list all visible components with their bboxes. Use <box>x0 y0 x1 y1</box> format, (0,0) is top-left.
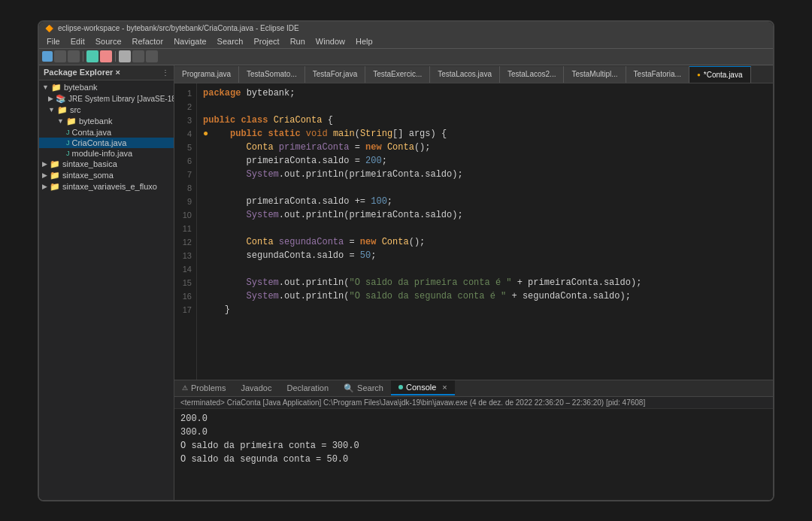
sidebar-item-sintaxe-basica[interactable]: ▶ 📁 sintaxe_basica <box>39 159 174 170</box>
sidebar-label-module: module-info.java <box>72 149 133 158</box>
tab-testaexercic[interactable]: TestaExercic... <box>365 66 430 83</box>
tab-problems[interactable]: ⚠ Problems <box>174 380 233 395</box>
console-output: 200.0 300.0 O saldo da primeira conta = … <box>174 409 773 500</box>
ln-15: 15 <box>179 276 192 289</box>
menu-edit[interactable]: Edit <box>66 36 89 47</box>
sidebar-label-src: src <box>70 105 81 114</box>
toolbar-save[interactable] <box>54 50 66 62</box>
tab-testafor[interactable]: TestaFor.java <box>305 66 365 83</box>
tab-javadoc[interactable]: Javadoc <box>233 380 279 395</box>
sidebar-label-bytebank-pkg: bytebank <box>79 117 113 126</box>
toolbar-back[interactable] <box>132 50 144 62</box>
menu-run[interactable]: Run <box>286 36 310 47</box>
expand-arrow-sv: ▶ <box>42 183 47 190</box>
sidebar-item-sintaxe-var[interactable]: ▶ 📁 sintaxe_variaveis_e_fluxo <box>39 181 174 192</box>
sidebar-controls: ⋮ <box>162 68 169 77</box>
sidebar-item-bytebank-pkg[interactable]: ▼ 📁 bytebank <box>39 116 174 127</box>
ln-10: 10 <box>179 208 192 222</box>
menu-search[interactable]: Search <box>213 36 248 47</box>
expand-arrow-src: ▼ <box>48 106 55 114</box>
ln-12: 12 <box>179 235 192 249</box>
toolbar-search[interactable] <box>119 50 131 62</box>
tab-testalacos2[interactable]: TestaLacos2... <box>500 66 564 83</box>
tab-modified-dot: ● <box>697 71 701 78</box>
ln-8: 8 <box>179 181 192 195</box>
laptop-frame: 🔶 eclipse-workspace - bytebank/src/byteb… <box>38 20 774 501</box>
window-title: eclipse-workspace - bytebank/src/byteban… <box>58 24 299 32</box>
ln-11: 11 <box>179 222 192 235</box>
ln-7: 7 <box>179 168 192 181</box>
sidebar-content: ▼ 📁 bytebank ▶ 📚 JRE System Library [Jav… <box>39 80 174 500</box>
tab-label-testafor: TestaFor.java <box>313 70 357 78</box>
bottom-tab-label-console: Console <box>406 383 436 392</box>
code-content[interactable]: package bytebank; public class CriaConta… <box>197 83 773 380</box>
tab-label-testalacos2: TestaLacos2... <box>508 70 556 78</box>
tab-declaration[interactable]: Declaration <box>279 380 336 395</box>
sidebar-item-conta[interactable]: J Conta.java <box>39 127 174 138</box>
ln-13: 13 <box>179 249 192 262</box>
search-icon: 🔍 <box>344 383 354 393</box>
toolbar-save-all[interactable] <box>68 50 80 62</box>
console-line-3: O saldo da primeira conta = 300.0 <box>180 441 359 451</box>
main-layout: Package Explorer × ⋮ ▼ 📁 bytebank ▶ 📚 JR… <box>39 65 773 500</box>
tab-testamultipl[interactable]: TestaMultipl... <box>564 66 626 83</box>
folder-icon-bytebank: 📁 <box>51 83 62 92</box>
tab-label-programa: Programa.java <box>182 70 231 78</box>
sidebar-item-src[interactable]: ▼ 📁 src <box>39 105 174 116</box>
tab-label-testasomato: TestaSomato... <box>247 70 297 78</box>
console-header-text: <terminated> CriaConta [Java Application… <box>180 398 645 407</box>
tab-search[interactable]: 🔍 Search <box>336 380 391 395</box>
menu-window[interactable]: Window <box>311 36 350 47</box>
menu-project[interactable]: Project <box>249 36 283 47</box>
menu-source[interactable]: Source <box>91 36 126 47</box>
sidebar-item-jre[interactable]: ▶ 📚 JRE System Library [JavaSE-18] <box>39 93 174 105</box>
toolbar-new[interactable] <box>42 51 53 62</box>
java-icon-criaconta: J <box>66 139 70 147</box>
ln-14: 14 <box>179 262 192 276</box>
menu-navigate[interactable]: Navigate <box>169 36 211 47</box>
toolbar-run[interactable] <box>86 50 98 62</box>
tab-programa[interactable]: Programa.java <box>174 66 239 83</box>
bottom-tab-bar: ⚠ Problems Javadoc Declaration 🔍 <box>174 380 773 397</box>
toolbar-debug[interactable] <box>100 50 112 62</box>
tab-label-testalacos: TestaLacos.java <box>438 70 492 78</box>
bottom-tab-label-problems: Problems <box>191 383 226 392</box>
sidebar-label-sv: sintaxe_variaveis_e_fluxo <box>62 182 157 191</box>
sidebar-label-jre: JRE System Library [JavaSE-18] <box>68 95 174 103</box>
title-bar-icon: 🔶 <box>45 25 53 32</box>
expand-arrow-pkg: ▼ <box>57 117 64 125</box>
sidebar-item-bytebank-root[interactable]: ▼ 📁 bytebank <box>39 82 174 93</box>
folder-icon-sv: 📁 <box>50 182 60 192</box>
console-line-2: 300.0 <box>180 427 208 438</box>
tab-label-testaexercic: TestaExercic... <box>373 70 422 78</box>
menu-refactor[interactable]: Refactor <box>128 36 168 47</box>
sidebar-label-ss: sintaxe_soma <box>62 171 114 180</box>
tab-conta[interactable]: ● *Conta.java <box>689 66 751 83</box>
sidebar-item-criaconta[interactable]: J CriaConta.java <box>39 138 174 148</box>
java-icon-conta: J <box>66 129 70 136</box>
eclipse-window: 🔶 eclipse-workspace - bytebank/src/byteb… <box>39 22 773 500</box>
toolbar-sep2 <box>115 51 116 62</box>
sidebar-item-moduleinfo[interactable]: J module-info.java <box>39 148 174 159</box>
close-console-icon[interactable]: × <box>442 383 447 392</box>
menu-help[interactable]: Help <box>351 36 377 47</box>
tab-testafatoria[interactable]: TestaFatoria... <box>626 66 689 83</box>
toolbar-forward[interactable] <box>146 50 158 62</box>
bottom-tab-label-javadoc: Javadoc <box>241 383 271 392</box>
tab-testasomato[interactable]: TestaSomato... <box>239 66 305 83</box>
ln-1: 1 <box>179 86 192 100</box>
tab-bar: Programa.java TestaSomato... TestaFor.ja… <box>174 65 773 83</box>
editor-area: Programa.java TestaSomato... TestaFor.ja… <box>174 65 773 500</box>
menu-file[interactable]: File <box>42 36 65 47</box>
ln-16: 16 <box>179 289 192 303</box>
code-editor[interactable]: 1 2 3 4 5 6 7 8 9 10 11 12 13 <box>174 83 773 380</box>
tab-console[interactable]: Console × <box>391 380 455 395</box>
expand-arrow-sb: ▶ <box>42 160 47 168</box>
ln-17: 17 <box>179 303 192 317</box>
tab-testalacos[interactable]: TestaLacos.java <box>430 66 500 83</box>
console-dot <box>398 385 403 389</box>
sidebar-item-sintaxe-soma[interactable]: ▶ 📁 sintaxe_soma <box>39 170 174 181</box>
console-line-4: O saldo da segunda conta = 50.0 <box>180 454 348 465</box>
ln-4: 4 <box>179 127 192 141</box>
ln-9: 9 <box>179 195 192 208</box>
